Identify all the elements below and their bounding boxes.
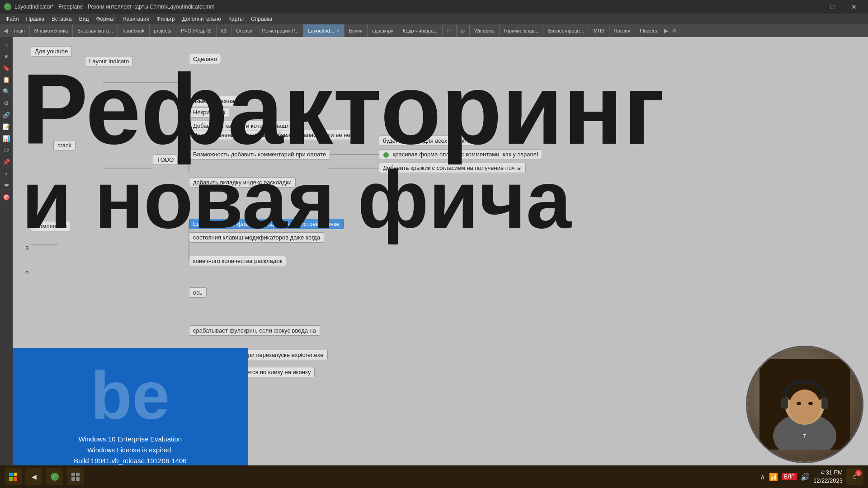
tabs-right-arrow[interactable]: ▶ <box>662 28 670 34</box>
notification-button[interactable]: 🗒 1 <box>846 468 863 485</box>
node-fullscreen[interactable]: срабатывает фулскрин, если фокус ввода н… <box>189 325 320 336</box>
tab-sdaemru[interactable]: сдаем-ру <box>368 24 398 37</box>
taskbar: ◀ F ∧ 📶 БЛР 🔊 4:31 PM 12/22/2023 🗒 1 <box>0 465 868 488</box>
svg-point-19 <box>808 402 813 405</box>
node-pri-sohranenii[interactable]: При сохранении стоп-слова добавлять запи… <box>189 130 357 140</box>
menu-filter[interactable]: Фильтр <box>153 15 178 23</box>
node-oshibka[interactable]: ось <box>189 287 207 298</box>
node-todo[interactable]: TODO <box>153 155 178 165</box>
chevron-up-icon[interactable]: ∧ <box>760 473 765 481</box>
node-sdelano[interactable]: Сделано <box>189 54 221 64</box>
taskbar-freeplane[interactable]: F <box>46 468 63 485</box>
sidebar-icon-search[interactable]: 🔍 <box>1 86 12 97</box>
sidebar-icon-pin[interactable]: 📌 <box>1 156 12 167</box>
node-youtube[interactable]: Для youtube <box>31 46 72 56</box>
menu-additional[interactable]: Дополнительно <box>179 15 225 23</box>
node-pomoshniki[interactable]: Помощники <box>31 221 71 231</box>
tab-k3[interactable]: К3 <box>217 24 232 37</box>
tabs-settings-icon[interactable]: ⚙ <box>670 28 679 34</box>
node-layout-indicator[interactable]: Layout Indicato <box>85 56 133 66</box>
sidebar-icon-note[interactable]: 📝 <box>1 121 12 132</box>
windows-icon <box>9 472 18 481</box>
tab-it[interactable]: IT <box>443 24 457 37</box>
tab-hotkeys[interactable]: Горячие клав... <box>500 24 544 37</box>
tab-kedr-infra[interactable]: Кедр - инфра... <box>398 24 443 37</box>
systray: ∧ 📶 БЛР 🔊 4:31 PM 12/22/2023 <box>760 469 843 485</box>
taskbar-grid[interactable] <box>67 468 84 485</box>
menu-navigation[interactable]: Навигация <box>119 15 153 23</box>
node-dobavit-kryzhik[interactable]: Добавить крыжик с согласием на получение… <box>379 163 526 173</box>
tab-windows[interactable]: Windows <box>470 24 500 37</box>
titlebar-title: LayoutIndicator* - Freeplane - Режим инт… <box>14 4 214 10</box>
menu-view[interactable]: Вид <box>75 15 93 23</box>
tab-bukhia[interactable]: Бухия <box>344 24 368 37</box>
tab-projects[interactable]: projects <box>150 24 177 37</box>
node-dobavit-vkladku[interactable]: добавить вкладку индекс раскладки <box>189 177 296 188</box>
sidebar-icon-star[interactable]: ★ <box>1 51 12 61</box>
tab-mpz[interactable]: МПЗ <box>589 24 609 37</box>
tab-biznes[interactable]: Бизнес-проце... <box>543 24 589 37</box>
node-esli-vklyucheny[interactable]: Если включены флаги, выводить их в систр… <box>189 219 344 229</box>
svg-rect-29 <box>71 477 75 481</box>
menu-insert[interactable]: Вставка <box>48 15 75 23</box>
tab-main[interactable]: main <box>9 24 30 37</box>
svg-rect-27 <box>71 473 75 476</box>
svg-rect-23 <box>9 477 13 481</box>
node-crack[interactable]: crack <box>53 140 75 150</box>
lang-indicator[interactable]: БЛР <box>782 473 797 480</box>
close-button[interactable]: ✕ <box>844 0 864 14</box>
sidebar-icon-link[interactable]: 🔗 <box>1 109 12 120</box>
node-nekritichno[interactable]: Некритично <box>189 107 229 117</box>
menu-help[interactable]: Справка <box>247 15 276 23</box>
node-sostoyaniya[interactable]: состояния клавиш-модификаторов даже когд… <box>189 232 324 243</box>
svg-rect-28 <box>76 473 80 476</box>
svg-point-18 <box>797 402 801 405</box>
minimize-button[interactable]: ─ <box>800 0 821 14</box>
tab-mnemo[interactable]: Мнемотехника <box>30 24 73 37</box>
menubar: Файл Правка Вставка Вид Формат Навигация… <box>0 14 868 24</box>
sidebar-icon-gear[interactable]: ⚙ <box>1 98 12 108</box>
network-icon[interactable]: 📶 <box>769 473 778 481</box>
sidebar-icon-clip[interactable]: 📋 <box>1 74 12 85</box>
menu-format[interactable]: Формат <box>92 15 119 23</box>
sidebar-icon-heart[interactable]: ❤ <box>1 180 12 191</box>
license-line3: Build 19041.vb_release.191206-1406 <box>74 455 186 466</box>
sidebar-icon-bookmark[interactable]: 🔖 <box>1 62 12 73</box>
menu-file[interactable]: Файл <box>2 15 23 23</box>
svg-text:T: T <box>803 433 807 440</box>
tab-poetry[interactable]: Поэзия <box>609 24 636 37</box>
node-addcat[interactable]: Добавить в каталоги которые нашла А <box>189 121 302 131</box>
tab-flowers[interactable]: Flowers <box>635 24 662 37</box>
sidebar-icon-folder[interactable]: 🗂 <box>1 145 12 155</box>
svg-text:F: F <box>6 5 9 9</box>
notification-badge: 1 <box>855 470 862 476</box>
tab-rcho[interactable]: РЧО (Кедр 3) <box>176 24 217 37</box>
maximize-button[interactable]: □ <box>822 0 843 14</box>
tab-groovy[interactable]: Groovy <box>231 24 257 37</box>
tab-bazovaya[interactable]: Базовая матр... <box>73 24 118 37</box>
sidebar-icon-target[interactable]: 🎯 <box>1 192 12 202</box>
freeplane-small-icon <box>383 152 389 158</box>
clock-date: 12/22/2023 <box>813 477 843 485</box>
node-vozm[interactable]: Возможность добавить комментарий при опл… <box>189 149 330 160</box>
clock[interactable]: 4:31 PM 12/22/2023 <box>813 469 843 485</box>
node-beskon[interactable]: конечного количества раскладок <box>189 256 286 266</box>
sidebar-icon-home[interactable]: ⌂ <box>1 39 12 50</box>
tab-js[interactable]: js <box>457 24 470 37</box>
svg-rect-30 <box>76 477 80 481</box>
sidebar-icon-sq[interactable]: ▪ <box>1 168 12 179</box>
volume-icon[interactable]: 🔊 <box>801 473 810 481</box>
start-button[interactable] <box>5 468 22 485</box>
node-krasiva[interactable]: красивая форма оплаты с комментами. как … <box>379 149 542 160</box>
tab-handbook[interactable]: handbook <box>118 24 149 37</box>
menu-maps[interactable]: Карты <box>225 15 247 23</box>
tab-close-icon[interactable]: ✕ <box>336 28 340 33</box>
tab-layoutind[interactable]: LayoutInd... ✕ <box>303 24 344 37</box>
node-yazyki[interactable]: языки и раскладки <box>189 96 248 106</box>
tab-registration[interactable]: Регистрация Р... <box>257 24 304 37</box>
menu-edit[interactable]: Правка <box>23 15 48 23</box>
sidebar-icon-chart[interactable]: 📊 <box>1 133 12 144</box>
taskbar-chevron[interactable]: ◀ <box>25 468 42 485</box>
tabs-left-arrow[interactable]: ◀ <box>2 28 9 34</box>
node-budet-polezno[interactable]: будет полезно для всех проектов <box>379 136 477 146</box>
